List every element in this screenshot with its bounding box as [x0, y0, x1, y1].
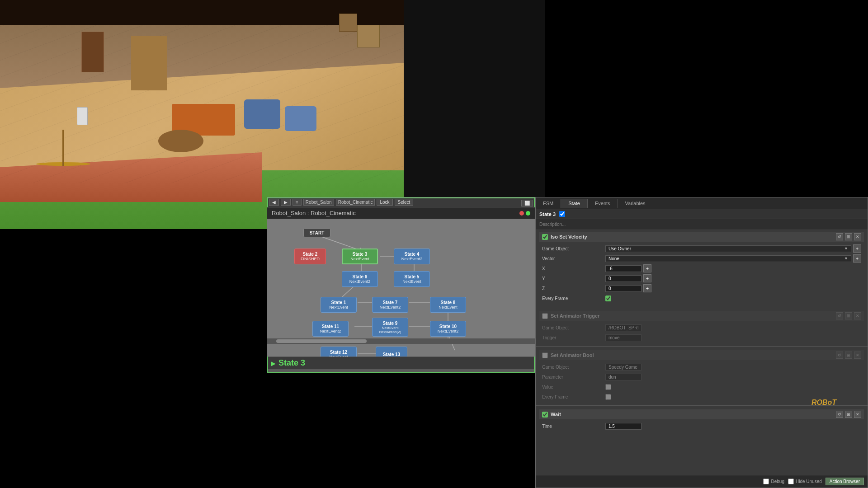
fsm-node-state13[interactable]: State 13 — [376, 347, 407, 357]
tab-variables[interactable]: Variables — [618, 199, 653, 208]
field-y-plus[interactable]: + — [643, 274, 651, 282]
action-name-trigger: Set Animator Trigger — [551, 313, 599, 319]
field-bool-param-input[interactable] — [605, 374, 642, 380]
field-bool-gameobj: Game Object — [539, 362, 864, 372]
inspector-description: Description... — [536, 219, 868, 230]
pm-scrollbar[interactable] — [267, 338, 535, 344]
fsm-node-state11[interactable]: State 11 NextEvent2 — [312, 321, 349, 337]
action-title-row-trigger[interactable]: Set Animator Trigger ↺ ⊞ ✕ — [539, 311, 864, 321]
action-reset-iso[interactable]: ↺ — [836, 233, 843, 240]
field-wait-time-input[interactable] — [605, 423, 642, 430]
hide-unused-label: Hide Unused — [788, 479, 822, 484]
pm-maximize-btn[interactable]: ⬜ — [521, 200, 533, 206]
pm-state-label-toolbar: Robot_Cinematic — [336, 199, 375, 206]
action-copy-wait[interactable]: ⊞ — [845, 411, 852, 418]
field-game-object-value[interactable]: Use Owner ▼ — [605, 245, 851, 252]
action-copy-trigger[interactable]: ⊞ — [845, 312, 852, 319]
inspector-state-header: State 3 — [536, 209, 868, 219]
pm-scrollbar-thumb[interactable] — [276, 339, 367, 343]
action-enabled-bool[interactable] — [542, 352, 548, 358]
field-z-plus[interactable]: + — [643, 284, 651, 292]
fsm-node-state5[interactable]: State 5 NextEvent — [394, 271, 430, 287]
inspector-state-enabled[interactable] — [559, 211, 565, 217]
fsm-node-state12[interactable]: State 12 NextEvent — [321, 347, 357, 357]
action-iso-set-velocity: Iso Set Velocity ↺ ⊞ ✕ Game Object Use O… — [536, 230, 868, 305]
action-enabled-iso[interactable] — [542, 234, 548, 240]
field-z-input[interactable] — [605, 285, 642, 292]
pm-menu-btn[interactable]: ≡ — [292, 199, 302, 206]
action-enabled-wait[interactable] — [542, 412, 548, 418]
black-area-right — [404, 0, 545, 198]
fsm-node-state1[interactable]: State 1 NextEvent — [321, 297, 357, 313]
action-name-bool: Set Animator Bool — [551, 352, 594, 358]
pm-fsm-canvas[interactable]: START State 2 FINISHED State 3 NextEvent… — [267, 219, 535, 357]
pm-next-btn[interactable]: ▶ — [281, 199, 291, 206]
pm-lock-btn[interactable]: Lock — [377, 199, 392, 206]
inspector-panel: FSM State Events Variables State 3 Descr… — [535, 197, 868, 488]
field-bool-everyframe-check[interactable] — [605, 394, 611, 400]
fsm-node-state6[interactable]: State 6 NextEvent2 — [342, 271, 378, 287]
pm-dot-red — [519, 211, 524, 216]
pm-dot-green — [526, 211, 530, 216]
field-trigger-gameobj-input[interactable] — [605, 324, 642, 331]
action-copy-iso[interactable]: ⊞ — [845, 233, 852, 240]
pm-current-state: State 3 — [278, 358, 305, 368]
field-trigger-name: Trigger — [539, 333, 864, 343]
action-delete-bool[interactable]: ✕ — [854, 352, 861, 359]
action-reset-wait[interactable]: ↺ — [836, 411, 843, 418]
tab-fsm[interactable]: FSM — [536, 199, 561, 208]
fsm-node-start[interactable]: START — [303, 228, 330, 237]
playmaker-panel: ◀ ▶ ≡ Robot_Salon Robot_Cinematic Lock S… — [267, 197, 535, 373]
field-vector-plus[interactable]: + — [853, 254, 861, 263]
field-trigger-name-input[interactable] — [605, 334, 642, 341]
debug-label: Debug — [763, 479, 784, 484]
field-x: X + — [539, 263, 864, 273]
fsm-node-state4[interactable]: State 4 NextEvent2 — [394, 249, 430, 264]
action-wait: Wait ↺ ⊞ ✕ Time — [536, 408, 868, 433]
action-reset-trigger[interactable]: ↺ — [836, 312, 843, 319]
field-y-input[interactable] — [605, 275, 642, 282]
action-browser-btn[interactable]: Action Browser — [826, 478, 864, 485]
fsm-node-state9[interactable]: State 9 NextEvent NextAction(2) — [372, 318, 408, 337]
field-bool-param: Parameter — [539, 372, 864, 382]
field-game-object-plus[interactable]: + — [853, 244, 861, 253]
debug-checkbox[interactable] — [763, 479, 769, 484]
fsm-node-state3[interactable]: State 3 NextEvent — [342, 249, 378, 264]
action-title-row-iso[interactable]: Iso Set Velocity ↺ ⊞ ✕ — [539, 232, 864, 242]
hide-unused-checkbox[interactable] — [788, 479, 794, 484]
pm-statusbar: ▶ State 3 — [267, 357, 535, 369]
field-y: Y + — [539, 273, 864, 283]
field-vector: Vector None ▼ + — [539, 253, 864, 263]
tab-events[interactable]: Events — [588, 199, 618, 208]
action-set-animator-trigger: Set Animator Trigger ↺ ⊞ ✕ Game Object T… — [536, 309, 868, 344]
action-reset-bool[interactable]: ↺ — [836, 352, 843, 359]
action-delete-iso[interactable]: ✕ — [854, 233, 861, 240]
fsm-node-state2[interactable]: State 2 FINISHED — [294, 249, 326, 264]
field-bool-value-check[interactable] — [605, 384, 611, 390]
field-every-frame-check[interactable] — [605, 296, 611, 301]
action-delete-wait[interactable]: ✕ — [854, 411, 861, 418]
field-x-plus[interactable]: + — [643, 264, 651, 272]
action-copy-bool[interactable]: ⊞ — [845, 352, 852, 359]
pm-canvas-title: Robot_Salon : Robot_Cinematic — [272, 210, 356, 216]
fsm-node-state7[interactable]: State 7 NextEvent2 — [372, 297, 408, 313]
field-vector-value[interactable]: None ▼ — [605, 255, 851, 262]
tab-state[interactable]: State — [561, 199, 588, 208]
action-name-iso: Iso Set Velocity — [551, 234, 587, 239]
action-title-row-bool[interactable]: Set Animator Bool ↺ ⊞ ✕ — [539, 350, 864, 360]
field-every-frame: Every Frame — [539, 293, 864, 303]
fsm-node-state8[interactable]: State 8 NextEvent — [430, 297, 466, 313]
action-enabled-trigger[interactable] — [542, 313, 548, 319]
pm-select-btn[interactable]: Select — [395, 199, 414, 206]
pm-play-icon: ▶ — [271, 360, 276, 367]
field-bool-gameobj-input[interactable] — [605, 364, 642, 371]
action-title-row-wait[interactable]: Wait ↺ ⊞ ✕ — [539, 409, 864, 419]
field-wait-time: Time — [539, 421, 864, 431]
pm-prev-btn[interactable]: ◀ — [269, 199, 279, 206]
black-area-bottom-left — [0, 229, 267, 488]
action-delete-trigger[interactable]: ✕ — [854, 312, 861, 319]
fsm-node-state10[interactable]: State 10 NextEvent2 — [430, 321, 466, 337]
robot-label: ROBoT — [811, 399, 836, 407]
inspector-bottom-bar: Debug Hide Unused Action Browser — [536, 475, 868, 488]
field-x-input[interactable] — [605, 265, 642, 272]
